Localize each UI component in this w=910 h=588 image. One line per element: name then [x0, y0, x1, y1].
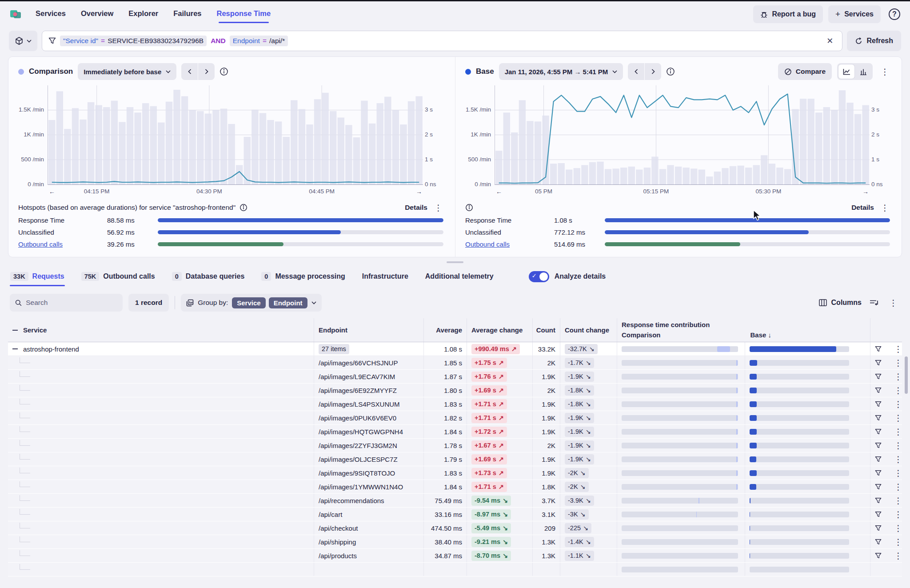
details-link[interactable]: Details	[405, 204, 427, 212]
row-filter-button[interactable]	[870, 480, 887, 493]
nav-item-overview[interactable]: Overview	[80, 6, 114, 23]
kebab-menu-icon[interactable]: ⋮	[878, 203, 892, 213]
comparison-range-dropdown[interactable]: Immediately before base	[78, 63, 176, 80]
row-kebab-button[interactable]: ⋮	[887, 397, 902, 411]
table-row[interactable]: /api/images/6E92ZMYYFZ1.80 s+1.69 s↗2K-1…	[8, 384, 902, 397]
items-count-chip[interactable]: 27 items	[319, 344, 349, 354]
nav-item-explorer[interactable]: Explorer	[128, 6, 159, 23]
info-icon[interactable]	[666, 67, 675, 76]
row-kebab-button[interactable]: ⋮	[887, 508, 902, 521]
nav-item-response-time[interactable]: Response Time	[216, 6, 272, 23]
range-next-button[interactable]	[198, 63, 215, 80]
row-kebab-button[interactable]: ⋮	[887, 439, 902, 452]
table-row[interactable]: /api/images/OLJCESPC7Z1.79 s+1.69 s↗1.9K…	[8, 452, 902, 466]
scope-selector-button[interactable]	[9, 31, 37, 51]
timeframe-prev-button[interactable]	[628, 63, 644, 80]
row-kebab-button[interactable]: ⋮	[887, 425, 902, 438]
base-timeframe-dropdown[interactable]: Jan 11, 2026, 4:55 PM → 5:41 PM	[499, 63, 623, 80]
table-settings-icon[interactable]	[870, 299, 878, 306]
row-kebab-button[interactable]: ⋮	[887, 535, 902, 548]
header-count[interactable]: Count	[532, 318, 560, 342]
line-chart-button[interactable]	[838, 64, 854, 79]
row-filter-button[interactable]	[870, 508, 887, 521]
analyze-details-toggle[interactable]: ✓	[529, 271, 549, 282]
row-filter-button[interactable]	[870, 356, 887, 369]
table-row[interactable]: /api/images/HQTGWGPNH41.84 s+1.72 s↗1.9K…	[8, 425, 902, 439]
row-kebab-button[interactable]	[887, 563, 902, 576]
tab-database-queries[interactable]: 0Database queries	[172, 269, 245, 286]
tab-infrastructure[interactable]: Infrastructure	[362, 269, 409, 286]
row-filter-button[interactable]	[870, 466, 887, 480]
table-row[interactable]: /api/images/L9ECAV7KIM1.87 s+1.76 s↗1.9K…	[8, 370, 902, 384]
info-icon[interactable]	[465, 204, 473, 212]
filter-chip[interactable]: Endpoint=/api/*	[230, 36, 288, 46]
table-row[interactable]: /api/cart33.16 ms-8.97 ms↘3.1K-3K↘⋮	[8, 508, 902, 521]
timeframe-next-button[interactable]	[645, 63, 661, 80]
table-row[interactable]: /api/images/66VCHSJNUP1.85 s+1.75 s↗2K-1…	[8, 356, 902, 370]
range-prev-button[interactable]	[181, 63, 198, 80]
table-row[interactable]: /api/images/1YMWWN1N4O1.84 s+1.71 s↗1.8K…	[8, 480, 902, 494]
refresh-button[interactable]: Refresh	[847, 31, 901, 51]
row-kebab-button[interactable]: ⋮	[887, 494, 902, 507]
resize-handle[interactable]	[447, 261, 463, 263]
row-kebab-button[interactable]: ⋮	[887, 452, 902, 466]
tab-outbound-calls[interactable]: 75KOutbound calls	[81, 269, 156, 286]
add-services-button[interactable]: + Services	[828, 5, 881, 23]
header-endpoint[interactable]: Endpoint	[314, 318, 423, 342]
row-filter-button[interactable]	[870, 494, 887, 507]
vertical-scrollbar-thumb[interactable]	[905, 356, 908, 394]
group-by-chip-endpoint[interactable]: Endpoint	[269, 297, 307, 308]
table-row[interactable]: /api/shipping38.40 ms-9.21 ms↘1.3K-1.4K↘…	[8, 535, 902, 549]
comparison-chart[interactable]: 1.5K /min3 s1K /min2 s500 /min1 s0 /min0…	[18, 84, 445, 196]
header-base-sorted[interactable]: Base ↓	[745, 331, 870, 339]
row-kebab-button[interactable]: ⋮	[887, 480, 902, 493]
row-kebab-button[interactable]: ⋮	[887, 411, 902, 424]
row-filter-button[interactable]	[870, 384, 887, 397]
table-row[interactable]: astroshop-frontend27 items1.08 s+990.49 …	[8, 342, 902, 356]
pan-right-icon[interactable]: →	[416, 188, 422, 195]
row-filter-button[interactable]	[870, 342, 887, 356]
report-a-bug-button[interactable]: Report a bug	[753, 5, 823, 23]
clear-filter-icon[interactable]: ✕	[824, 34, 836, 48]
details-link[interactable]: Details	[851, 204, 874, 212]
collapse-row-icon[interactable]	[12, 348, 18, 349]
row-filter-button[interactable]	[870, 521, 887, 535]
table-row[interactable]: /api/images/2ZYFJ3GM2N1.78 s+1.67 s↗2K-1…	[8, 439, 902, 452]
row-kebab-button[interactable]: ⋮	[887, 549, 902, 562]
pan-left-icon[interactable]: ←	[496, 188, 502, 195]
columns-button[interactable]: Columns	[819, 299, 862, 307]
table-row[interactable]: /api/products34.87 ms-8.70 ms↘1.3K-1.1K↘…	[8, 549, 902, 563]
pan-right-icon[interactable]: →	[862, 188, 869, 195]
tab-requests[interactable]: 33KRequests	[10, 269, 65, 286]
bar-chart-button[interactable]	[855, 64, 871, 79]
search-box[interactable]	[10, 294, 123, 312]
row-filter-button[interactable]	[870, 549, 887, 562]
group-by-chip-service[interactable]: Service	[232, 297, 265, 308]
filter-chip[interactable]: "Service id"=SERVICE-EB9383023479296B	[60, 36, 207, 46]
hotspot-label[interactable]: Outbound calls	[18, 240, 107, 248]
filter-input[interactable]: "Service id"=SERVICE-EB9383023479296BAND…	[42, 31, 842, 51]
kebab-menu-icon[interactable]: ⋮	[878, 67, 892, 77]
header-average-change[interactable]: Average change	[467, 318, 532, 342]
row-kebab-button[interactable]: ⋮	[887, 521, 902, 535]
collapse-all-icon[interactable]	[12, 330, 18, 331]
kebab-menu-icon[interactable]: ⋮	[431, 203, 445, 213]
row-filter-button[interactable]	[870, 425, 887, 438]
row-filter-button[interactable]	[870, 535, 887, 548]
row-filter-button[interactable]	[870, 563, 887, 576]
tab-message-processing[interactable]: 0Message processing	[261, 269, 345, 286]
header-count-change[interactable]: Count change	[560, 318, 617, 342]
row-filter-button[interactable]	[870, 411, 887, 424]
row-kebab-button[interactable]: ⋮	[887, 384, 902, 397]
search-input[interactable]	[26, 299, 117, 307]
row-filter-button[interactable]	[870, 452, 887, 466]
base-chart[interactable]: 1.5K /min3 s1K /min2 s500 /min1 s0 /min0…	[465, 84, 892, 196]
header-average[interactable]: Average	[423, 318, 467, 342]
table-row[interactable]	[8, 563, 902, 576]
table-row[interactable]: /api/recommendations75.49 ms-9.54 ms↘3.7…	[8, 494, 902, 508]
compare-button[interactable]: Compare	[778, 63, 832, 80]
kebab-menu-icon[interactable]: ⋮	[886, 298, 900, 308]
row-kebab-button[interactable]: ⋮	[887, 370, 902, 383]
row-kebab-button[interactable]: ⋮	[887, 466, 902, 480]
row-kebab-button[interactable]: ⋮	[887, 342, 902, 356]
